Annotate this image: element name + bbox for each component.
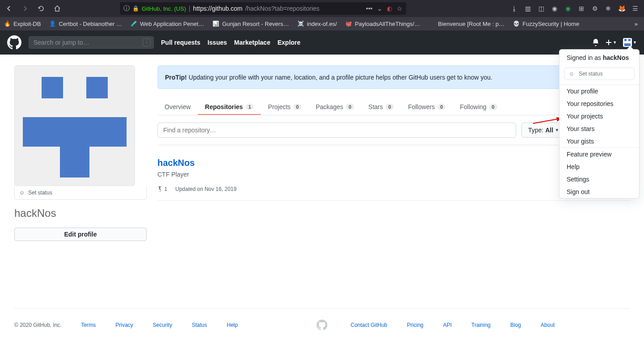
github-footer-logo-icon[interactable] (317, 320, 327, 330)
url-site: GitHub, Inc. (US) (142, 5, 186, 12)
search-placeholder: Search or jump to… (34, 39, 89, 46)
repo-updated: Updated on Nov 16, 2019 (175, 186, 237, 192)
bookmark-item[interactable]: 🧪Web Application Penet… (130, 20, 204, 27)
footer-link[interactable]: Contact GitHub (351, 322, 387, 328)
repo-search-input[interactable] (157, 123, 516, 138)
ext1-icon[interactable]: ◉ (551, 5, 558, 12)
tab-stars[interactable]: Stars0 (361, 100, 401, 115)
ext6-icon[interactable]: 🦊 (618, 5, 625, 12)
add-menu-button[interactable]: ▼ (606, 39, 617, 46)
nav-link[interactable]: Issues (208, 39, 227, 46)
favicon-icon: 💀 (513, 20, 520, 27)
tab-label: Followers (408, 103, 435, 110)
url-bar[interactable]: ⓘ 🔒 GitHub, Inc. (US) | https://github.c… (120, 2, 406, 15)
dropdown-item[interactable]: Settings (559, 173, 639, 186)
bookmark-item[interactable]: 🔥Exploit-DB (4, 20, 41, 27)
star-icon[interactable]: ☆ (397, 5, 402, 12)
info-icon[interactable]: ⓘ (123, 4, 130, 13)
dropdown-item[interactable]: Your stars (559, 123, 639, 135)
favicon-icon (428, 20, 435, 27)
smiley-icon: ☺ (569, 71, 574, 77)
smiley-icon: ☺ (19, 190, 25, 196)
dropdown-set-status[interactable]: ☺ Set status (564, 68, 635, 80)
dropdown-item[interactable]: Your projects (559, 110, 639, 123)
footer-link[interactable]: Help (227, 322, 238, 328)
sidebar-icon[interactable]: ◫ (538, 5, 545, 12)
footer-link[interactable]: Training (471, 322, 491, 328)
noscript-icon[interactable]: ◐ (387, 5, 392, 12)
dropdown-item[interactable]: Help (559, 161, 639, 173)
back-button[interactable] (3, 2, 15, 15)
bookmark-item[interactable]: 👤Certbot - Debianother … (49, 20, 122, 27)
ext3-icon[interactable]: ⊞ (578, 5, 585, 12)
dropdown-item[interactable]: Your repositories (559, 97, 639, 110)
downloads-icon[interactable]: ⭳ (511, 5, 518, 12)
pocket-icon[interactable]: ⌄ (377, 5, 382, 12)
tab-counter: 0 (437, 104, 445, 110)
bookmarks-overflow-button[interactable]: » (632, 21, 640, 27)
dropdown-item[interactable]: Feature preview (559, 148, 639, 161)
nav-link[interactable]: Marketplace (234, 39, 271, 46)
tab-label: Repositories (205, 103, 243, 110)
dropdown-item[interactable]: Sign out (559, 186, 639, 198)
lock-icon[interactable]: 🔒 (132, 5, 139, 12)
home-button[interactable] (51, 2, 64, 15)
bookmark-item[interactable]: 💀FuzzySecurity | Home (513, 20, 579, 27)
github-search-input[interactable]: Search or jump to… / (29, 36, 154, 49)
tab-following[interactable]: Following0 (453, 100, 504, 115)
dropdown-item[interactable]: Your gists (559, 135, 639, 148)
favicon-icon: 🔥 (4, 20, 11, 27)
tab-repositories[interactable]: Repositories1 (198, 100, 261, 115)
tab-packages[interactable]: Packages0 (309, 100, 361, 115)
footer-link[interactable]: Pricing (407, 322, 424, 328)
nav-link[interactable]: Pull requests (161, 39, 200, 46)
set-status-button[interactable]: ☺ Set status (14, 186, 147, 200)
bookmark-label: index-of.es/ (307, 21, 337, 27)
footer-link[interactable]: Blog (510, 322, 521, 328)
protip-text: Updating your profile with your name, lo… (189, 74, 492, 81)
tab-overview[interactable]: Overview (157, 100, 198, 115)
ext2-icon[interactable]: ◉ (564, 5, 572, 12)
bookmark-item[interactable]: 📊Gunjan Resort - Revers… (212, 20, 289, 27)
footer: © 2020 GitHub, Inc. TermsPrivacySecurity… (14, 308, 630, 338)
ext5-icon[interactable]: ❄ (605, 5, 612, 12)
tab-followers[interactable]: Followers0 (401, 100, 453, 115)
notifications-icon[interactable] (592, 39, 599, 46)
annotation-arrow (532, 117, 562, 124)
meatball-icon[interactable]: ••• (366, 5, 373, 12)
tab-label: Stars (369, 103, 383, 110)
profile-sidebar: ☺ Set status hackNos Edit profile (14, 65, 147, 287)
bookmark-item[interactable]: Bienvenue [Root Me : p… (428, 20, 504, 27)
hamburger-icon[interactable]: ☰ (631, 5, 639, 12)
type-filter-label: Type: (528, 127, 543, 134)
protip-label: ProTip! (165, 74, 187, 81)
user-menu-button[interactable]: ▼ (623, 38, 637, 47)
type-filter-value: All (545, 127, 553, 134)
avatar[interactable] (14, 65, 135, 186)
reload-button[interactable] (35, 2, 47, 15)
dropdown-item[interactable]: Your profile (559, 85, 639, 97)
tab-projects[interactable]: Projects0 (261, 100, 309, 115)
footer-link[interactable]: Privacy (115, 322, 133, 328)
ext4-icon[interactable]: ⚙ (591, 5, 598, 12)
forks-count[interactable]: 1 (157, 186, 167, 192)
github-logo-icon[interactable] (7, 35, 21, 50)
bookmark-label: Exploit-DB (13, 21, 41, 27)
footer-link[interactable]: Terms (81, 322, 96, 328)
footer-link[interactable]: API (443, 322, 452, 328)
library-icon[interactable]: ▥ (524, 5, 531, 12)
bookmark-item[interactable]: ☠️index-of.es/ (297, 20, 337, 27)
tab-counter: 1 (246, 104, 254, 110)
nav-link[interactable]: Explore (277, 39, 300, 46)
tab-label: Overview (165, 103, 191, 110)
bookmark-label: PayloadsAllTheThings/… (355, 21, 420, 27)
bookmark-item[interactable]: 🐙PayloadsAllTheThings/… (345, 20, 420, 27)
edit-profile-button[interactable]: Edit profile (14, 228, 147, 241)
favicon-icon: 🧪 (130, 20, 137, 27)
footer-link[interactable]: Status (192, 322, 207, 328)
username: hackNos (14, 207, 147, 220)
forward-button (19, 2, 31, 15)
footer-link[interactable]: About (541, 322, 555, 328)
footer-link[interactable]: Security (153, 322, 172, 328)
bookmark-label: FuzzySecurity | Home (522, 21, 579, 27)
